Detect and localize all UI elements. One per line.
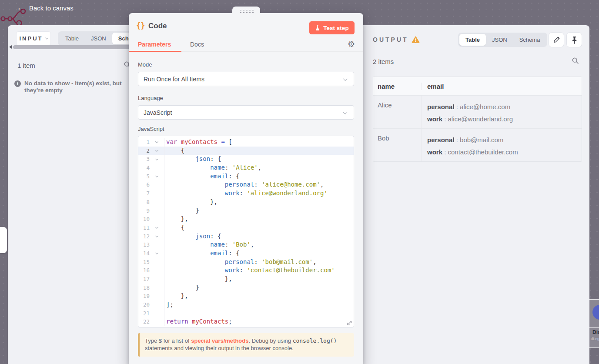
name-cell: Alice — [373, 96, 422, 128]
hint-box: Type $ for a list of special vars/method… — [138, 333, 354, 357]
line-number: 4 — [138, 164, 150, 172]
tab-parameters[interactable]: Parameters — [138, 41, 171, 48]
fold-chevron-icon[interactable] — [155, 157, 158, 160]
settings-gear-icon[interactable]: ⚙ — [348, 39, 355, 49]
code-line: 15 personal: 'bob@mail.com', — [138, 258, 354, 267]
edit-output-button[interactable] — [549, 32, 564, 47]
output-tab-table[interactable]: Table — [459, 34, 486, 46]
input-tab-table[interactable]: Table — [59, 33, 85, 44]
line-number: 15 — [138, 258, 150, 267]
input-item-count: 1 item — [17, 62, 35, 69]
line-number: 21 — [138, 309, 150, 318]
email-entry: work : alice@wonderland.org — [427, 113, 582, 125]
code-text: work: 'contact@thebuilder.com' — [164, 266, 335, 275]
chevron-down-icon — [343, 110, 348, 114]
code-line: 14 email: { — [138, 249, 354, 258]
console-log-code: console.log() — [293, 337, 337, 344]
line-number: 14 — [138, 249, 150, 258]
line-number: 19 — [138, 292, 150, 301]
code-line: 13 name: 'Bob', — [138, 240, 354, 249]
tab-docs[interactable]: Docs — [190, 41, 204, 48]
fold-chevron-icon[interactable] — [155, 174, 158, 177]
output-table: nameemailAlicepersonal : alice@home.comw… — [373, 77, 582, 162]
line-number: 1 — [138, 138, 150, 147]
pin-data-button[interactable] — [566, 32, 582, 47]
output-tab-json[interactable]: JSON — [486, 34, 513, 46]
input-empty-state: i No data to show - item(s) exist, but t… — [14, 80, 128, 94]
code-line: 2 { — [138, 147, 354, 155]
editor-gutter: 9 — [138, 207, 164, 215]
test-step-label: Test step — [323, 25, 348, 31]
hint-text: Type $ for a list of — [145, 337, 191, 344]
editor-gutter: 16 — [138, 266, 164, 275]
code-line: 1var myContacts = [ — [138, 138, 354, 147]
editor-gutter: 4 — [138, 164, 164, 172]
code-text: }, — [164, 198, 218, 207]
fragment-label: Dis — [592, 329, 599, 335]
code-line: 9 } — [138, 207, 354, 215]
special-vars-link[interactable]: special vars/methods — [191, 337, 248, 344]
line-number: 13 — [138, 240, 150, 249]
output-tab-schema[interactable]: Schema — [513, 34, 546, 46]
column-header-name: name — [373, 83, 422, 90]
output-item-count: 2 items — [373, 58, 394, 65]
editor-gutter: 7 — [138, 189, 164, 198]
back-arrow-icon: ← — [17, 3, 25, 12]
language-select[interactable]: JavaScript — [138, 105, 354, 120]
code-node-modal: {} Code Test step Parameters Docs ⚙ Mode… — [129, 13, 363, 364]
drag-dots-icon — [239, 9, 254, 13]
editor-gutter: 12 — [138, 232, 164, 241]
pencil-icon — [553, 37, 560, 43]
resize-handle-icon[interactable] — [347, 320, 352, 326]
modal-drag-handle[interactable] — [232, 7, 260, 15]
code-line: 12 json: { — [138, 232, 354, 241]
fold-chevron-icon[interactable] — [155, 149, 158, 152]
code-text: { — [164, 224, 184, 232]
code-text — [164, 309, 166, 318]
fold-chevron-icon[interactable] — [155, 140, 158, 143]
modal-title: Code — [148, 22, 167, 30]
code-text: json: { — [164, 155, 221, 164]
code-line: 19 }, — [138, 292, 354, 301]
scroll-left-arrow-icon[interactable] — [9, 45, 12, 49]
input-source-dropdown[interactable]: INPUT — [16, 31, 51, 46]
input-empty-message: No data to show - item(s) exist, but the… — [24, 80, 128, 94]
chevron-down-icon — [45, 37, 48, 40]
editor-label: JavaScript — [138, 126, 164, 132]
output-search-icon[interactable] — [572, 57, 579, 64]
code-lines: 1var myContacts = [2 {3 json: {4 name: '… — [138, 138, 354, 326]
line-number: 8 — [138, 198, 150, 207]
info-icon: i — [14, 80, 21, 87]
line-number: 2 — [138, 147, 150, 155]
mode-select[interactable]: Run Once for All Items — [138, 72, 354, 86]
fold-chevron-icon[interactable] — [155, 234, 158, 237]
editor-gutter: 5 — [138, 172, 164, 181]
back-to-canvas-button[interactable]: ← Back to canvas — [17, 3, 74, 12]
table-row[interactable]: Alicepersonal : alice@home.comwork : ali… — [373, 95, 582, 128]
input-tab-json[interactable]: JSON — [85, 33, 112, 44]
code-line: 11 { — [138, 224, 354, 232]
fragment-divider — [589, 327, 599, 328]
code-text: return myContacts; — [164, 317, 232, 326]
email-entry: personal : alice@home.com — [427, 101, 582, 113]
editor-gutter: 20 — [138, 301, 164, 309]
code-text: personal: 'bob@mail.com', — [164, 258, 317, 267]
fold-chevron-icon[interactable] — [155, 226, 158, 229]
code-text: }, — [164, 292, 188, 301]
code-editor[interactable]: 1var myContacts = [2 {3 json: {4 name: '… — [138, 136, 354, 327]
test-step-button[interactable]: Test step — [309, 21, 355, 34]
output-tabs: Table JSON Schema — [458, 33, 547, 47]
collapsed-panel-handle[interactable] — [0, 227, 7, 253]
editor-gutter: 14 — [138, 249, 164, 258]
editor-gutter: 8 — [138, 198, 164, 207]
code-text: } — [164, 207, 199, 215]
editor-gutter: 22 — [138, 317, 164, 326]
fragment-sublabel: dLega — [591, 337, 599, 341]
editor-gutter: 3 — [138, 155, 164, 164]
line-number: 3 — [138, 155, 150, 164]
mode-value: Run Once for All Items — [144, 76, 204, 83]
hint-text: statements and viewing their output in t… — [145, 345, 294, 351]
input-horizontal-scrollbar[interactable] — [13, 45, 139, 49]
table-row[interactable]: Bobpersonal : bob@mail.comwork : contact… — [373, 128, 582, 161]
fold-chevron-icon[interactable] — [155, 251, 158, 254]
